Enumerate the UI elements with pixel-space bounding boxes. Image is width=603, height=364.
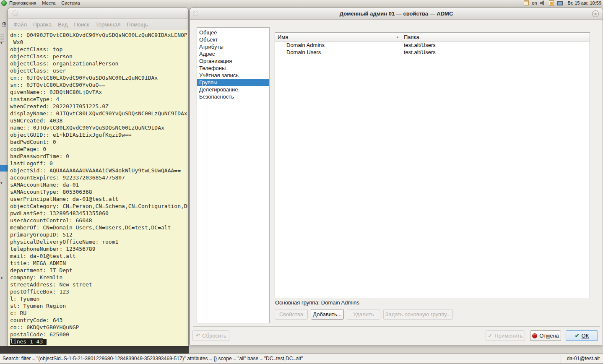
applications-menu-icon[interactable] (1, 0, 7, 6)
terminal-line: accountExpires: 9223372036854775807 (10, 174, 188, 181)
terminal-line: Wx0 (10, 39, 188, 46)
terminal-line: instanceType: 4 (10, 96, 188, 103)
file-manager-icon[interactable] (524, 0, 529, 5)
terminal-line: physicalDeliveryOfficeName: room1 (10, 238, 188, 245)
terminal-screen[interactable]: dn:: Q0490JTQvtC80LXQvdC90YvQuSDQsNC00Lz… (8, 30, 188, 346)
column-header-folder[interactable]: Папка (401, 33, 419, 41)
terminal-line: objectGUID:: e1+kDIAsIEixJgufKqzi9w== (10, 131, 188, 138)
terminal-line: displayName:: 0JTQvtC80LXQvdC90YvQuSDQsN… (10, 110, 188, 117)
table-row[interactable]: Domain Adminstest.alt/Users (275, 42, 590, 49)
tree-collapse-icon: ▾ (0, 41, 3, 45)
terminal-line: objectSid:: AQUAAAAAAAUVAAAAiCWS4okWlUy9… (10, 167, 188, 174)
properties-button: Свойства (275, 309, 308, 320)
terminal-menu-3[interactable]: Вид (58, 21, 68, 28)
sort-ascending-icon: ▲ (396, 35, 399, 39)
panel-menu-1[interactable]: Приложения (9, 0, 36, 5)
terminal-cursor (43, 339, 47, 345)
tab-telephones[interactable]: Телефоны (197, 65, 269, 72)
add-button[interactable]: Добавить... (311, 309, 344, 320)
terminal-line: objectCategory: CN=Person,CN=Schema,CN=C… (10, 203, 188, 210)
terminal-line: whenCreated: 20220217051225.0Z (10, 103, 188, 110)
terminal-line: primaryGroupID: 512 (10, 231, 188, 238)
cell-name: Domain Users (275, 49, 401, 56)
tab-delegation[interactable]: Делегирование (197, 86, 269, 93)
terminal-titlebar[interactable] (8, 8, 188, 19)
network-icon[interactable] (557, 1, 563, 5)
terminal-line: co:: 0KDQvtGB0YHQuNGP (10, 324, 188, 331)
terminal-line: memberOf: CN=Domain Users,CN=Users,DC=te… (10, 224, 188, 231)
terminal-line: uSNCreated: 4038 (10, 117, 188, 124)
terminal-line: lastLogoff: 0 (10, 160, 188, 167)
clipboard-icon[interactable] (549, 0, 554, 6)
terminal-menu-6[interactable]: Помощь (127, 21, 148, 28)
terminal-line: dn:: Q0490JTQvtC80LXQvdC90YvQuSDQsNC00Lz… (10, 31, 188, 39)
terminal-window: ФайлПравкаВидПоискТерминалПомощь dn:: Q0… (8, 8, 189, 346)
tab-organization[interactable]: Организация (197, 57, 269, 65)
terminal-line: department: IT Dept (10, 267, 188, 274)
keyboard-layout-indicator[interactable]: en (532, 0, 537, 5)
clock[interactable]: Вт, 15 авг, 10:59 (568, 0, 601, 5)
primary-group-label: Основная группа: (275, 299, 320, 306)
dialog-titlebar[interactable]: Доменный админ 01 — свойства — ADMC × (190, 8, 603, 20)
remove-button: Удалить (347, 309, 380, 320)
terminal-menu-2[interactable]: Правка (33, 21, 52, 28)
tab-address[interactable]: Адрес (197, 50, 269, 57)
ok-button[interactable]: ✔ ОК (566, 330, 598, 341)
terminal-line: l: Tyumen (10, 295, 188, 302)
column-header-name[interactable]: Имя ▲ (275, 33, 401, 41)
terminal-menu-5[interactable]: Терминал (95, 21, 120, 28)
tree-expand-icon: ▸ (1, 276, 3, 280)
tab-security[interactable]: Безопасность (197, 93, 269, 100)
properties-dialog: Доменный админ 01 — свойства — ADMC × Об… (190, 8, 603, 345)
status-bar: Search: filter = "(objectSid=S-1-5-21-38… (0, 354, 603, 364)
panel-menu-2[interactable]: Места (42, 0, 55, 5)
cancel-button[interactable]: Отмена (530, 330, 561, 341)
terminal-line: streetAddress: New street (10, 281, 188, 288)
primary-group-value: Domain Admins (321, 299, 359, 306)
window-menu-icon[interactable] (13, 10, 18, 16)
terminal-line: objectClass: user (10, 67, 188, 74)
terminal-menu-1[interactable]: Файл (13, 21, 27, 28)
terminal-line: givenName:: 0JDQtNC80LjQvTAx (10, 88, 188, 96)
background-window-edge (0, 346, 189, 354)
terminal-line: telephoneNumber: 123456789 (10, 245, 188, 252)
terminal-line: badPasswordTime: 0 (10, 153, 188, 160)
groups-table: Имя ▲ Папка Domain Adminstest.alt/UsersD… (275, 32, 590, 298)
top-panel: ПриложенияМестаСистема en Вт, 15 авг, 10… (0, 0, 603, 6)
reset-button: ↶ Сбросить (192, 330, 229, 341)
logged-in-user: da-01@test.alt (561, 356, 603, 361)
terminal-line: objectClass: person (10, 53, 188, 60)
terminal-line: pwdLastSet: 132895483451355060 (10, 210, 188, 217)
table-header: Имя ▲ Папка (275, 33, 590, 42)
tab-account[interactable]: Учётная запись (197, 72, 269, 79)
terminal-line: mail: da-01@test.alt (10, 252, 188, 260)
window-menu-icon[interactable] (193, 11, 198, 16)
undo-icon: ↶ (195, 333, 200, 339)
dialog-tab-list: ОбщееОбъектАтрибутыАдресОрганизацияТелеф… (197, 27, 270, 323)
terminal-line: company: Kremlin (10, 274, 188, 281)
terminal-line: postalCode: 625000 (10, 331, 188, 338)
terminal-text: dn:: Q0490JTQvtC80LXQvdC90YvQuSDQsNC00Lz… (10, 31, 188, 345)
separator (193, 326, 600, 327)
close-icon[interactable]: × (592, 10, 599, 17)
terminal-line: badPwdCount: 0 (10, 138, 188, 146)
table-row[interactable]: Domain Userstest.alt/Users (275, 49, 590, 56)
groups-table-body: Domain Adminstest.alt/UsersDomain Userst… (275, 42, 590, 56)
pager-status: lines 1-43 (10, 338, 43, 345)
terminal-line: cn:: 0JTQvtC80LXQvdC90YvQuSDQsNC00LzQuNC… (10, 74, 188, 81)
tab-groups[interactable]: Группы (197, 79, 269, 86)
cell-folder: test.alt/Users (401, 42, 436, 49)
tab-general[interactable]: Общее (197, 29, 269, 36)
panel-menus: ПриложенияМестаСистема (9, 0, 86, 5)
terminal-menu-4[interactable]: Поиск (74, 21, 89, 28)
terminal-line: codePage: 0 (10, 146, 188, 153)
cancel-icon (532, 333, 537, 338)
terminal-line: postOfficeBox: 123 (10, 288, 188, 295)
terminal-line: name:: 0JTQvtC80LXQvdC90YvQuSDQsNC00LzQu… (10, 124, 188, 131)
search-status-text: Search: filter = "(objectSid=S-1-5-21-38… (0, 356, 561, 361)
tab-object[interactable]: Объект (197, 36, 269, 43)
terminal-line: st: Tyumen Region (10, 302, 188, 309)
volume-icon[interactable] (540, 0, 546, 5)
panel-menu-3[interactable]: Система (61, 0, 80, 5)
tab-attributes[interactable]: Атрибуты (197, 43, 269, 50)
